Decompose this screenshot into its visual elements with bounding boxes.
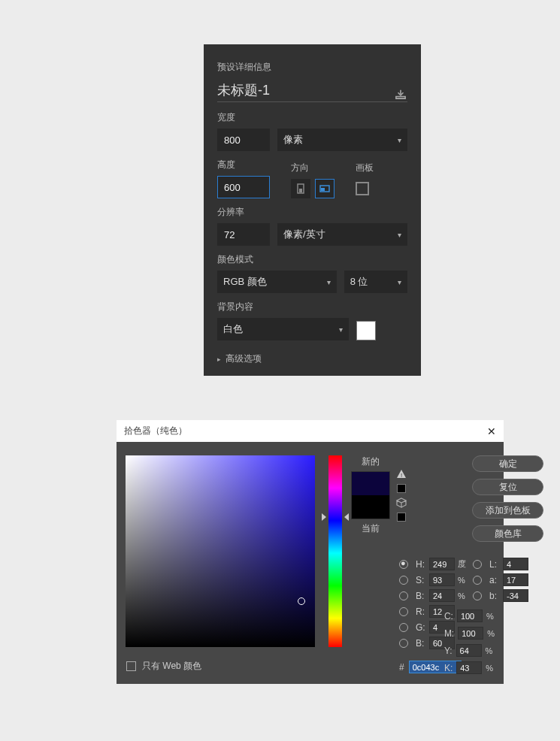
preset-header: 预设详细信息 bbox=[217, 61, 407, 74]
color-field-cursor[interactable] bbox=[298, 597, 305, 605]
b-hsb-input[interactable] bbox=[429, 589, 455, 602]
label-s: S: bbox=[416, 575, 426, 585]
chevron-down-icon: ▾ bbox=[327, 278, 331, 286]
resolution-label: 分辨率 bbox=[217, 206, 407, 219]
label-c: C: bbox=[444, 611, 453, 622]
svg-rect-3 bbox=[321, 188, 325, 191]
b-lab-input[interactable] bbox=[503, 589, 528, 602]
colormode-label: 颜色模式 bbox=[217, 253, 407, 266]
web-colors-label: 只有 Web 颜色 bbox=[142, 660, 201, 673]
color-library-button[interactable]: 颜色库 bbox=[472, 525, 543, 542]
orientation-label: 方向 bbox=[291, 162, 334, 174]
saturation-brightness-field[interactable] bbox=[126, 455, 315, 647]
width-unit-value: 像素 bbox=[283, 133, 303, 147]
current-color-label: 当前 bbox=[362, 522, 380, 535]
unit-pct1: % bbox=[458, 576, 470, 585]
radio-b-lab[interactable] bbox=[473, 591, 482, 600]
label-b-lab: b: bbox=[489, 591, 500, 601]
label-h: H: bbox=[416, 559, 426, 570]
current-color-swatch[interactable] bbox=[352, 495, 389, 519]
new-color-swatch bbox=[352, 472, 389, 495]
label-r: R: bbox=[416, 606, 426, 617]
radio-a[interactable] bbox=[473, 576, 482, 585]
hue-arrow-left-icon bbox=[322, 513, 326, 521]
dialog-title: 拾色器（纯色） bbox=[124, 425, 187, 437]
colormode-select[interactable]: RGB 颜色 ▾ bbox=[217, 271, 337, 293]
k-input[interactable] bbox=[456, 661, 482, 674]
chevron-down-icon: ▾ bbox=[398, 136, 401, 144]
h-input[interactable] bbox=[429, 558, 455, 570]
radio-r[interactable] bbox=[399, 607, 408, 616]
hex-label: # bbox=[399, 662, 404, 673]
resolution-unit-select[interactable]: 像素/英寸 ▾ bbox=[277, 223, 407, 246]
background-select[interactable]: 白色 ▾ bbox=[217, 318, 349, 340]
colormode-value: RGB 颜色 bbox=[223, 275, 267, 289]
cmyk-column: C:% M:% Y:% K:% bbox=[444, 609, 495, 674]
resolution-unit-value: 像素/英寸 bbox=[283, 228, 325, 241]
chevron-down-icon: ▾ bbox=[398, 278, 401, 286]
radio-b-hsb[interactable] bbox=[399, 591, 408, 600]
color-preview bbox=[351, 471, 390, 519]
width-input[interactable] bbox=[217, 129, 270, 151]
width-unit-select[interactable]: 像素 ▾ bbox=[277, 129, 407, 151]
svg-rect-1 bbox=[299, 189, 302, 192]
close-icon[interactable]: ✕ bbox=[487, 425, 496, 437]
label-g: G: bbox=[416, 622, 426, 633]
label-m: M: bbox=[444, 628, 454, 639]
radio-l[interactable] bbox=[473, 560, 482, 569]
artboard-label: 画板 bbox=[356, 162, 374, 174]
artboard-checkbox[interactable] bbox=[356, 182, 369, 195]
radio-g[interactable] bbox=[399, 623, 408, 632]
resolution-input[interactable] bbox=[217, 223, 270, 246]
background-color-swatch[interactable] bbox=[356, 321, 376, 340]
cube-swatch[interactable] bbox=[397, 513, 406, 522]
background-label: 背景内容 bbox=[217, 301, 407, 313]
s-input[interactable] bbox=[429, 573, 455, 586]
color-picker-dialog: 拾色器（纯色） ✕ 新的 当前 ! bbox=[117, 420, 504, 684]
c-input[interactable] bbox=[457, 609, 483, 622]
unit-pct2: % bbox=[458, 591, 470, 600]
orientation-landscape-button[interactable] bbox=[315, 179, 334, 198]
chevron-down-icon: ▾ bbox=[339, 325, 343, 334]
l-input[interactable] bbox=[503, 558, 528, 570]
bitdepth-value: 8 位 bbox=[350, 275, 368, 289]
landscape-icon bbox=[319, 183, 331, 195]
document-title[interactable]: 未标题-1 bbox=[217, 81, 270, 99]
chevron-right-icon: ▸ bbox=[217, 355, 221, 363]
chevron-down-icon: ▾ bbox=[398, 231, 401, 239]
new-color-label: 新的 bbox=[362, 455, 380, 468]
unit-deg: 度 bbox=[458, 558, 470, 570]
svg-text:!: ! bbox=[401, 472, 402, 479]
ok-button[interactable]: 确定 bbox=[472, 455, 543, 472]
background-value: 白色 bbox=[223, 322, 243, 336]
gamut-warning-icon[interactable]: ! bbox=[396, 469, 407, 479]
reset-button[interactable]: 复位 bbox=[472, 479, 543, 495]
y-input[interactable] bbox=[456, 644, 482, 657]
label-a: a: bbox=[489, 575, 500, 585]
save-preset-icon[interactable] bbox=[394, 89, 407, 99]
add-to-swatches-button[interactable]: 添加到色板 bbox=[472, 502, 543, 519]
a-input[interactable] bbox=[503, 573, 528, 586]
orientation-portrait-button[interactable] bbox=[291, 179, 310, 198]
width-label: 宽度 bbox=[217, 111, 407, 124]
hue-arrow-right-icon bbox=[344, 513, 349, 521]
height-input[interactable] bbox=[217, 176, 270, 198]
height-label: 高度 bbox=[217, 159, 270, 171]
bitdepth-select[interactable]: 8 位 ▾ bbox=[344, 271, 407, 293]
label-l: L: bbox=[489, 559, 500, 570]
label-y: Y: bbox=[444, 646, 453, 656]
label-b-hsb: B: bbox=[416, 591, 426, 601]
advanced-label: 高级选项 bbox=[226, 352, 262, 365]
radio-b-rgb[interactable] bbox=[399, 639, 408, 648]
web-colors-checkbox[interactable] bbox=[126, 661, 136, 671]
cube-icon[interactable] bbox=[396, 498, 407, 508]
radio-s[interactable] bbox=[399, 576, 408, 585]
label-b-rgb: B: bbox=[416, 638, 426, 649]
radio-h[interactable] bbox=[399, 560, 408, 569]
gamut-swatch[interactable] bbox=[397, 484, 406, 493]
label-k: K: bbox=[444, 663, 453, 673]
hue-slider[interactable] bbox=[328, 455, 342, 647]
m-input[interactable] bbox=[458, 627, 483, 640]
new-document-panel: 预设详细信息 未标题-1 宽度 像素 ▾ 高度 方向 bbox=[204, 44, 421, 376]
advanced-options-toggle[interactable]: ▸ 高级选项 bbox=[217, 352, 407, 365]
